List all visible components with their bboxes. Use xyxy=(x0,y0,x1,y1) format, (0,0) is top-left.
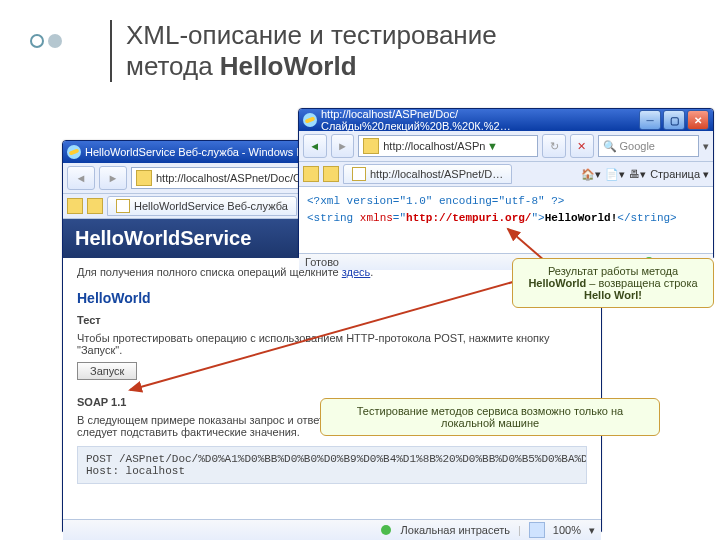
slide-title-line2: метода HelloWorld xyxy=(126,51,497,82)
slide-title-bold: HelloWorld xyxy=(220,51,357,81)
browser-tab[interactable]: http://localhost/ASPnet/D… xyxy=(343,164,512,184)
zone-icon xyxy=(381,525,391,535)
close-button[interactable]: ✕ xyxy=(687,110,709,130)
test-heading: Тест xyxy=(77,314,587,326)
stop-button[interactable]: ✕ xyxy=(570,134,594,158)
xml-element: <string xmlns="http://tempuri.org/">Hell… xyxy=(307,210,705,227)
nav-toolbar: ◄ ► http://localhost/ASPn ▼ ↻ ✕ 🔍 Google… xyxy=(299,131,713,162)
address-text: http://localhost/ASPn xyxy=(383,140,485,152)
tab-favicon-icon xyxy=(116,199,130,213)
run-button[interactable]: Запуск xyxy=(77,362,137,380)
favorites-icon[interactable] xyxy=(303,166,319,182)
search-icon: 🔍 xyxy=(603,140,617,153)
tab-favicon-icon xyxy=(352,167,366,181)
soap-code-block: POST /ASPnet/Doc/%D0%A1%D0%BB%D0%B0%D0%B… xyxy=(77,446,587,484)
browser-tab[interactable]: HelloWorldService Веб-служба xyxy=(107,196,297,216)
window-titlebar[interactable]: http://localhost/ASPnet/Doc/Слайды%20лек… xyxy=(299,109,713,131)
callout-result: Результат работы метода HelloWorld – воз… xyxy=(512,258,714,308)
forward-button[interactable]: ► xyxy=(99,166,127,190)
page-menu[interactable]: Страница ▾ xyxy=(650,168,709,181)
dropdown-icon[interactable]: ▼ xyxy=(485,140,499,152)
bullet-dot xyxy=(48,34,62,48)
minimize-button[interactable]: ─ xyxy=(639,110,661,130)
slide-bullets xyxy=(30,34,62,48)
zoom-dropdown-icon[interactable]: ▾ xyxy=(589,524,595,537)
forward-button[interactable]: ► xyxy=(331,134,355,158)
callout-local-only: Тестирование методов сервиса возможно то… xyxy=(320,398,660,436)
feeds-icon[interactable] xyxy=(323,166,339,182)
soap-line: Host: localhost xyxy=(86,465,578,477)
address-bar[interactable]: http://localhost/ASPn ▼ xyxy=(358,135,538,157)
slide-title-line1: XML-описание и тестирование xyxy=(126,20,497,51)
browser-window-front: http://localhost/ASPnet/Doc/Слайды%20лек… xyxy=(298,108,714,258)
back-button[interactable]: ◄ xyxy=(303,134,327,158)
ie-icon xyxy=(303,113,317,127)
feeds-button[interactable]: 📄▾ xyxy=(605,168,625,181)
feeds-icon[interactable] xyxy=(87,198,103,214)
xml-declaration: <?xml version="1.0" encoding="utf-8" ?> xyxy=(307,193,705,210)
home-button[interactable]: 🏠▾ xyxy=(581,168,601,181)
status-ready: Готово xyxy=(305,256,339,268)
bullet-dot xyxy=(30,34,44,48)
tab-label: http://localhost/ASPnet/D… xyxy=(370,168,503,180)
print-button[interactable]: 🖶▾ xyxy=(629,168,646,181)
favicon-icon xyxy=(136,170,152,186)
favicon-icon xyxy=(363,138,379,154)
zoom-level[interactable]: 100% xyxy=(553,524,581,536)
tab-strip: http://localhost/ASPnet/D… 🏠▾ 📄▾ 🖶▾ Стра… xyxy=(299,162,713,187)
test-description: Чтобы протестировать операцию с использо… xyxy=(77,332,587,356)
window-title: HelloWorldService Веб-служба - Windows I… xyxy=(85,146,331,158)
method-heading: HelloWorld xyxy=(77,290,587,306)
search-dropdown-icon[interactable]: ▾ xyxy=(703,140,709,153)
status-zone: Локальная интрасеть xyxy=(401,524,510,536)
slide-title-block: XML-описание и тестирование метода Hello… xyxy=(110,20,497,82)
search-placeholder: Google xyxy=(620,140,655,152)
tab-label: HelloWorldService Веб-служба xyxy=(134,200,288,212)
refresh-button[interactable]: ↻ xyxy=(542,134,566,158)
back-button[interactable]: ◄ xyxy=(67,166,95,190)
window-title: http://localhost/ASPnet/Doc/Слайды%20лек… xyxy=(321,108,637,132)
page-content: <?xml version="1.0" encoding="utf-8" ?> … xyxy=(299,187,713,253)
ie-icon xyxy=(67,145,81,159)
slide-title-prefix: метода xyxy=(126,51,220,81)
favorites-icon[interactable] xyxy=(67,198,83,214)
soap-line: POST /ASPnet/Doc/%D0%A1%D0%BB%D0%B0%D0%B… xyxy=(86,453,578,465)
search-box[interactable]: 🔍 Google xyxy=(598,135,700,157)
status-bar: Локальная интрасеть | 100% ▾ xyxy=(63,519,601,540)
protected-mode-icon xyxy=(529,522,545,538)
maximize-button[interactable]: ▢ xyxy=(663,110,685,130)
